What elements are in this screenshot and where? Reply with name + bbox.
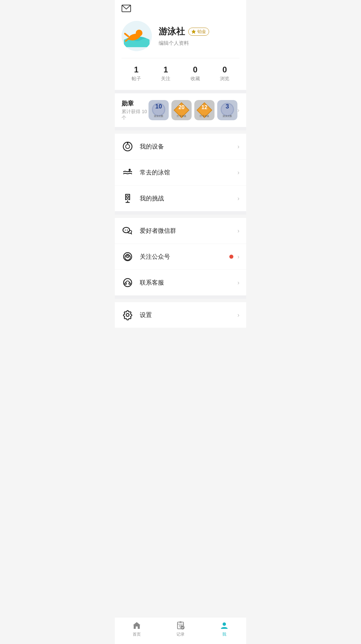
- wechat-chevron: ›: [237, 227, 239, 234]
- divider-3: [115, 211, 246, 215]
- avatar[interactable]: [122, 21, 152, 51]
- challenge-label: 我的挑战: [140, 194, 237, 202]
- badge-title: 勋章: [122, 99, 149, 107]
- divider-2: [115, 127, 246, 130]
- device-label: 我的设备: [140, 142, 237, 151]
- svg-text:游泳次数: 游泳次数: [223, 115, 232, 118]
- menu-group-3: 设置 ›: [115, 302, 246, 328]
- svg-text:游泳次数: 游泳次数: [154, 115, 163, 118]
- settings-label: 设置: [140, 311, 237, 319]
- record-icon: [176, 621, 185, 630]
- official-chevron: ›: [237, 253, 239, 260]
- nav-me-label: 我: [222, 632, 226, 637]
- svg-rect-47: [179, 621, 182, 623]
- svg-rect-28: [127, 142, 128, 144]
- nav-record[interactable]: 记录: [159, 621, 202, 637]
- nav-home-label: 首页: [133, 632, 141, 637]
- medal-1[interactable]: 20 打卡冰镇: [171, 100, 192, 120]
- profile-section: 游泳社 铂金 编辑个人资料 1帖子1关注0收藏0浏览: [115, 15, 246, 90]
- medal-0[interactable]: 10 游泳次数: [149, 100, 169, 120]
- badge-icons: 10 游泳次数 20 打卡冰镇 12 打卡冰镇 3 游泳次数: [149, 100, 237, 120]
- stat-item-帖子[interactable]: 1帖子: [132, 65, 141, 82]
- badge-chevron[interactable]: ›: [237, 107, 239, 114]
- badge-count: 累计获得 10 个: [122, 109, 149, 121]
- svg-text:3: 3: [226, 103, 229, 110]
- settings-icon: [122, 309, 134, 321]
- svg-point-32: [127, 196, 129, 198]
- level-badge: 铂金: [188, 28, 209, 36]
- bottom-nav: 首页 记录 我: [115, 617, 246, 644]
- service-label: 联系客服: [140, 279, 237, 287]
- menu-item-challenge[interactable]: 我的挑战 ›: [115, 186, 246, 211]
- challenge-icon: [122, 192, 134, 204]
- home-icon: [132, 621, 141, 630]
- nav-record-label: 记录: [176, 632, 185, 637]
- me-icon: [220, 621, 229, 630]
- svg-text:12: 12: [201, 104, 207, 110]
- platinum-icon: [191, 29, 196, 34]
- stats-row: 1帖子1关注0收藏0浏览: [122, 58, 239, 82]
- device-icon: [122, 140, 134, 153]
- svg-point-29: [129, 169, 131, 171]
- svg-point-40: [124, 279, 132, 287]
- svg-point-37: [127, 230, 128, 231]
- settings-chevron: ›: [237, 312, 239, 319]
- menu-item-wechat[interactable]: 爱好者微信群 ›: [115, 218, 246, 244]
- svg-text:打卡冰镇: 打卡冰镇: [176, 115, 186, 118]
- badge-section: 勋章 累计获得 10 个 10 游泳次数 20 打卡冰镇 12 打卡冰镇 3: [115, 93, 246, 127]
- menu-item-pool[interactable]: 常去的泳馆 ›: [115, 160, 246, 186]
- notification-dot: [229, 255, 233, 259]
- menu-group-2: 爱好者微信群 › 关注公众号 › 联系客服 ›: [115, 218, 246, 295]
- service-icon: [122, 277, 134, 289]
- pool-chevron: ›: [237, 169, 239, 176]
- stat-item-关注[interactable]: 1关注: [161, 65, 170, 82]
- top-bar: [115, 0, 246, 15]
- nav-home[interactable]: 首页: [115, 621, 159, 637]
- svg-point-39: [127, 256, 129, 258]
- pool-label: 常去的泳馆: [140, 168, 237, 176]
- device-chevron: ›: [237, 143, 239, 150]
- menu-item-settings[interactable]: 设置 ›: [115, 302, 246, 328]
- menu-group-1: 我的设备 › 常去的泳馆 › 我的挑战 ›: [115, 134, 246, 211]
- official-icon: [122, 251, 134, 263]
- username: 游泳社: [159, 26, 185, 37]
- mail-icon[interactable]: [122, 5, 131, 12]
- svg-text:10: 10: [155, 103, 162, 110]
- svg-point-4: [136, 30, 142, 36]
- menu-item-service[interactable]: 联系客服 ›: [115, 270, 246, 295]
- official-label: 关注公众号: [140, 253, 229, 261]
- divider-4: [115, 295, 246, 299]
- medal-2[interactable]: 12 打卡冰镇: [194, 100, 215, 120]
- medal-3[interactable]: 3 游泳次数: [217, 100, 237, 120]
- svg-marker-7: [192, 30, 196, 34]
- wechat-label: 爱好者微信群: [140, 227, 237, 235]
- nav-me[interactable]: 我: [202, 621, 246, 637]
- svg-point-51: [223, 622, 226, 626]
- pool-icon: [122, 166, 134, 179]
- svg-point-35: [123, 227, 130, 233]
- svg-point-36: [125, 230, 126, 231]
- menu-item-official[interactable]: 关注公众号 ›: [115, 244, 246, 270]
- svg-point-41: [125, 283, 127, 285]
- stat-item-浏览[interactable]: 0浏览: [220, 65, 229, 82]
- divider-1: [115, 90, 246, 93]
- edit-profile-link[interactable]: 编辑个人资料: [159, 40, 209, 46]
- wechat-icon: [122, 225, 134, 237]
- service-chevron: ›: [237, 279, 239, 286]
- svg-point-42: [129, 283, 131, 285]
- svg-text:打卡冰镇: 打卡冰镇: [199, 115, 209, 118]
- challenge-chevron: ›: [237, 195, 239, 202]
- svg-text:20: 20: [178, 104, 185, 110]
- stat-item-收藏[interactable]: 0收藏: [191, 65, 200, 82]
- svg-point-27: [126, 144, 130, 149]
- menu-item-device[interactable]: 我的设备 ›: [115, 134, 246, 160]
